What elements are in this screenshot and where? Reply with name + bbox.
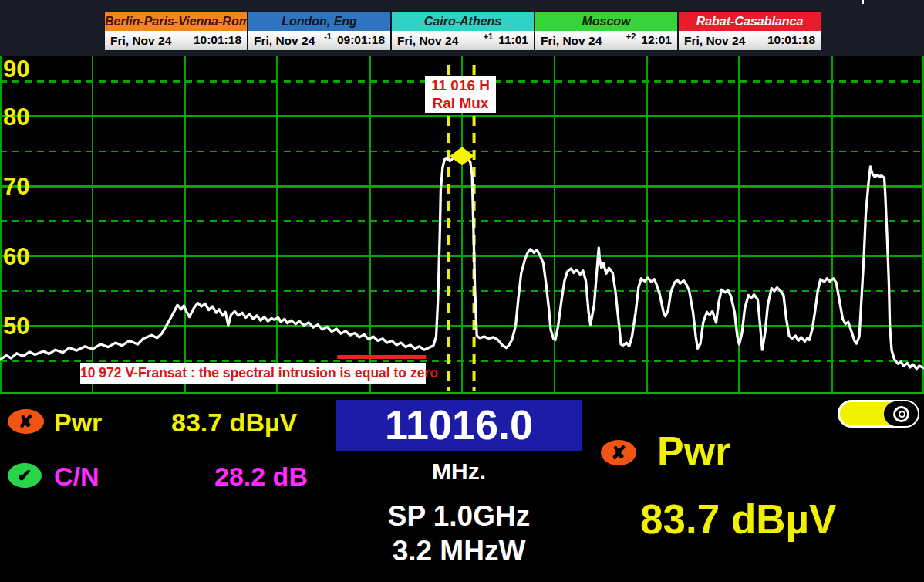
y-axis-tick-label: 50 (3, 313, 29, 340)
clock-moscow: Moscow Fri, Nov 24 +212:01 (535, 11, 678, 51)
marker-mux-label: Rai Mux (425, 94, 496, 112)
clock-time: 12:01 (641, 33, 672, 46)
clock-city-label: Rabat-Casablanca (678, 11, 821, 31)
toggle-knob-icon (893, 406, 909, 422)
clock-cairo-athens: Cairo-Athens Fri, Nov 24 +111:01 (391, 11, 535, 51)
clock-london: London, Eng Fri, Nov 24 -109:01:18 (248, 11, 391, 51)
check-glyph: ✔ (17, 465, 32, 486)
bandwidth-readout: 3.2 MHzW (309, 535, 609, 567)
frequency-display[interactable]: 11016.0 (336, 400, 582, 451)
readout-panel: ✘ Pwr 83.7 dBµV ✔ C/N 28.2 dB 11016.0 MH… (0, 395, 924, 582)
clock-time: 10:01:18 (194, 33, 241, 46)
marker-frequency-label: 11 016 H (425, 76, 496, 94)
clock-utc-offset: +1 (484, 32, 494, 41)
meter-screen: 9080706050 Berlin-Paris-Vienna-Roma Fri,… (0, 0, 924, 582)
frequency-unit-label: MHz. (336, 458, 582, 485)
cross-glyph: ✘ (611, 442, 626, 464)
clock-city-label: London, Eng (248, 11, 391, 31)
clock-table: Berlin-Paris-Vienna-Roma Fri, Nov 24 10:… (104, 11, 821, 51)
clock-time-row: Fri, Nov 24 10:01:18 (104, 31, 248, 51)
clock-time: 10:01:18 (767, 33, 815, 46)
clock-berlin-paris-vienna-roma: Berlin-Paris-Vienna-Roma Fri, Nov 24 10:… (104, 11, 248, 51)
y-axis-tick-label: 60 (3, 243, 29, 270)
clock-time-row: Fri, Nov 24 +212:01 (535, 31, 678, 51)
pwr-value: 83.7 dBµV (171, 408, 297, 438)
pwr-cross-icon: ✘ (8, 409, 44, 434)
y-axis-tick-label: 70 (3, 173, 29, 200)
clock-date: Fri, Nov 24 (110, 31, 171, 51)
y-axis-tick-label: 90 (3, 56, 29, 83)
clock-time: 09:01:18 (337, 33, 385, 46)
clock-date: Fri, Nov 24 (254, 31, 315, 51)
clock-time-row: Fri, Nov 24 10:01:18 (678, 31, 821, 51)
spectral-intrusion-annotation: 10 972 V-Fransat : the spectral intrusio… (80, 363, 426, 384)
clock-city-label: Berlin-Paris-Vienna-Roma (104, 11, 248, 31)
clock-rabat-casablanca: Rabat-Casablanca Fri, Nov 24 10:01:18 (678, 11, 821, 51)
clock-date: Fri, Nov 24 (541, 31, 602, 51)
pwr-label: Pwr (54, 408, 102, 438)
annotation-underline (337, 355, 426, 359)
clock-city-label: Cairo-Athens (391, 11, 535, 31)
toggle-knob[interactable] (884, 401, 918, 426)
clock-utc-offset: +2 (626, 32, 636, 41)
clock-date: Fri, Nov 24 (684, 31, 745, 51)
pwr-cross-icon-large: ✘ (601, 440, 636, 465)
y-axis-tick-label: 80 (3, 103, 29, 130)
clock-city-label: Moscow (535, 11, 678, 31)
clock-time-row: Fri, Nov 24 -109:01:18 (248, 31, 391, 51)
marker-label-box: 11 016 H Rai Mux (425, 76, 496, 113)
clock-time: 11:01 (498, 33, 528, 46)
span-readout: SP 1.0GHz (309, 500, 609, 533)
cn-value: 28.2 dB (214, 462, 308, 492)
power-toggle[interactable] (838, 400, 919, 428)
pwr-value-large: 83.7 dBµV (640, 496, 836, 543)
clock-time-row: Fri, Nov 24 +111:01 (391, 31, 535, 51)
cross-glyph: ✘ (19, 411, 33, 432)
y-axis-labels: 9080706050 (3, 56, 29, 340)
cn-check-icon: ✔ (8, 463, 42, 488)
clock-date: Fri, Nov 24 (397, 31, 458, 51)
cn-label: C/N (54, 462, 99, 492)
pwr-label-large: Pwr (657, 428, 730, 474)
world-clock-bar: Berlin-Paris-Vienna-Roma Fri, Nov 24 10:… (0, 0, 924, 56)
clock-utc-offset: -1 (324, 32, 332, 41)
cursor-tick (862, 0, 864, 4)
